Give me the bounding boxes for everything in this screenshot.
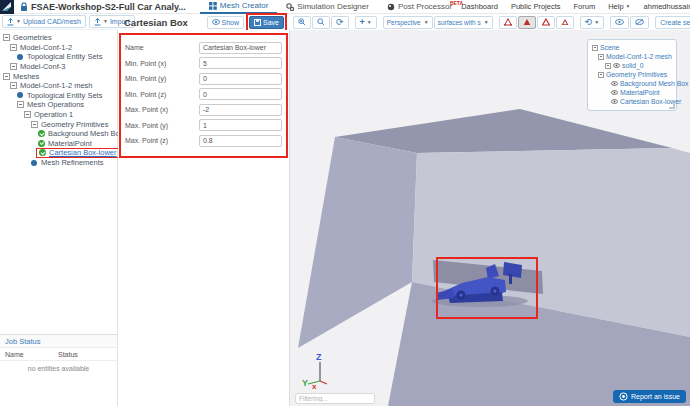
collapse-icon[interactable]	[10, 82, 17, 89]
tree-label: Geometries	[13, 33, 52, 42]
nav-user-menu[interactable]: ahmedhussain18▼	[644, 2, 690, 11]
save-label: Save	[263, 19, 279, 26]
zoom-fit-button[interactable]	[312, 16, 330, 29]
nav-public-projects[interactable]: Public Projects	[511, 2, 561, 11]
cartesian-box-form: Name Min. Point (x) Min. Point (y) Min. …	[119, 33, 288, 158]
select-vertices-button[interactable]	[499, 16, 517, 29]
eye-icon[interactable]	[611, 90, 618, 95]
tree-label: Mesh Operations	[27, 100, 84, 109]
collapse-icon[interactable]	[592, 45, 598, 51]
tree-label: Model-Conf-1-2	[20, 43, 72, 52]
show-selection-button[interactable]	[610, 16, 629, 29]
collapse-icon[interactable]	[598, 54, 604, 60]
tree-label: Operation 1	[34, 110, 73, 119]
chevron-down-icon: ▼	[626, 4, 631, 9]
save-button[interactable]: Save	[249, 16, 284, 29]
zoom-in-button[interactable]	[293, 16, 311, 29]
tree-item-model-conf-1-2-mesh[interactable]: Model-Conf-1-2 mesh	[0, 81, 117, 91]
report-issue-button[interactable]: Report an issue	[613, 390, 686, 403]
collapse-icon[interactable]	[17, 101, 24, 108]
panel-header: Cartesian Box Show Save	[118, 14, 290, 30]
collapse-icon[interactable]	[24, 111, 31, 118]
collapse-icon[interactable]	[10, 63, 17, 70]
tab-mesh-creator[interactable]: Mesh Creator	[200, 0, 277, 14]
tab-label: Mesh Creator	[220, 1, 268, 10]
select-volumes-icon	[561, 18, 569, 26]
projection-select[interactable]: Perspective▼	[383, 16, 433, 29]
max-point-x-field[interactable]	[199, 104, 282, 116]
render-mode-select[interactable]: surfaces with s▼	[434, 16, 493, 29]
tab-post-processor[interactable]: Post Processor BETA	[378, 0, 461, 14]
eye-icon[interactable]	[611, 81, 618, 86]
select-edges-button[interactable]	[537, 16, 555, 29]
name-field[interactable]	[199, 42, 282, 54]
chevron-down-icon: ▼	[594, 20, 599, 25]
tree-label: Meshes	[13, 72, 39, 81]
refresh-view-button[interactable]: ⟳	[331, 16, 349, 29]
nav-dashboard[interactable]: Dashboard	[461, 2, 498, 11]
min-point-x-field[interactable]	[199, 57, 282, 69]
eye-slash-icon	[635, 19, 644, 25]
scene-item-scene[interactable]: Scene	[591, 43, 674, 52]
collapse-icon[interactable]	[3, 34, 10, 41]
scene-item-model-conf-1-2-mesh[interactable]: Model-Conf-1-2 mesh	[591, 52, 674, 61]
beta-badge: BETA	[450, 0, 463, 6]
tree-item-geometry-primitives[interactable]: Geometry Primitives	[0, 119, 117, 129]
simscale-logo[interactable]	[0, 0, 14, 14]
scene-item-background-mesh-box[interactable]: Background Mesh Box	[591, 79, 674, 88]
eye-icon[interactable]	[611, 99, 618, 104]
scene-item-geometry-primitives[interactable]: Geometry Primitives	[591, 70, 674, 79]
hide-selection-button[interactable]	[630, 16, 649, 29]
render-mode-value: surfaces with s	[438, 19, 481, 26]
tree-item-topological-entity-sets-mesh[interactable]: Topological Entity Sets	[0, 91, 117, 101]
annotation-box: Save	[246, 13, 287, 32]
max-point-y-field[interactable]	[199, 119, 282, 131]
scene-label: Background Mesh Box	[620, 80, 688, 87]
tree-item-topological-entity-sets[interactable]: Topological Entity Sets	[0, 52, 117, 62]
tree-item-geometries[interactable]: Geometries	[0, 33, 117, 43]
collapse-icon[interactable]	[31, 121, 38, 128]
projection-value: Perspective	[387, 19, 421, 26]
refresh-icon: ⟳	[336, 18, 344, 27]
filter-input[interactable]	[295, 393, 375, 404]
form-row: Max. Point (z)	[125, 135, 282, 147]
create-set-button[interactable]: Create set	[655, 16, 690, 29]
tree-item-meshes[interactable]: Meshes	[0, 71, 117, 81]
rotate-view-button[interactable]: ⟲▼	[580, 16, 605, 29]
tree-item-materialpoint[interactable]: MaterialPoint	[0, 139, 117, 149]
show-button[interactable]: Show	[207, 16, 245, 29]
upload-cad-mesh-button[interactable]: ▼ Upload CAD/mesh	[2, 15, 86, 28]
tab-simulation-designer[interactable]: Simulation Designer	[277, 0, 378, 14]
collapse-icon[interactable]	[605, 63, 611, 69]
tree-item-mesh-operations[interactable]: Mesh Operations	[0, 100, 117, 110]
tree-item-background-mesh-box[interactable]: Background Mesh Box	[0, 129, 117, 139]
min-point-z-field[interactable]	[199, 88, 282, 100]
eye-icon[interactable]	[613, 63, 620, 68]
tab-label: Post Processor	[398, 2, 452, 11]
tree-item-model-conf-3[interactable]: Model-Conf-3	[0, 62, 117, 72]
add-primitive-button[interactable]: +▼	[355, 16, 377, 29]
nav-label: Public Projects	[511, 2, 561, 11]
resize-handle-icon[interactable]	[669, 103, 675, 109]
tree-item-model-conf-1-2[interactable]: Model-Conf-1-2	[0, 43, 117, 53]
3d-viewport[interactable]: Scene Model-Conf-1-2 mesh solid_0 Geomet…	[290, 30, 690, 406]
max-point-z-field[interactable]	[199, 135, 282, 147]
scene-item-materialpoint[interactable]: MaterialPoint	[591, 88, 674, 97]
min-point-y-field[interactable]	[199, 73, 282, 85]
scene-item-cartesian-box-lower[interactable]: Cartesian Box-lower	[591, 97, 674, 106]
nav-label: Forum	[573, 2, 595, 11]
show-label: Show	[222, 19, 240, 26]
scene-item-solid-0[interactable]: solid_0	[591, 61, 674, 70]
nav-help-menu[interactable]: Help▼	[608, 2, 630, 11]
tree-item-cartesian-box-lower[interactable]: Cartesian Box-lower	[0, 148, 117, 158]
select-vertices-icon	[504, 18, 512, 26]
job-status-header[interactable]: Job Status	[0, 335, 117, 348]
tree-item-mesh-refinements[interactable]: Mesh Refinements	[0, 158, 117, 168]
collapse-icon[interactable]	[3, 73, 10, 80]
tree-item-operation-1[interactable]: Operation 1	[0, 110, 117, 120]
select-faces-button[interactable]	[518, 16, 536, 29]
collapse-icon[interactable]	[10, 44, 17, 51]
select-volumes-button[interactable]	[556, 16, 574, 29]
collapse-icon[interactable]	[598, 72, 604, 78]
nav-forum[interactable]: Forum	[573, 2, 595, 11]
